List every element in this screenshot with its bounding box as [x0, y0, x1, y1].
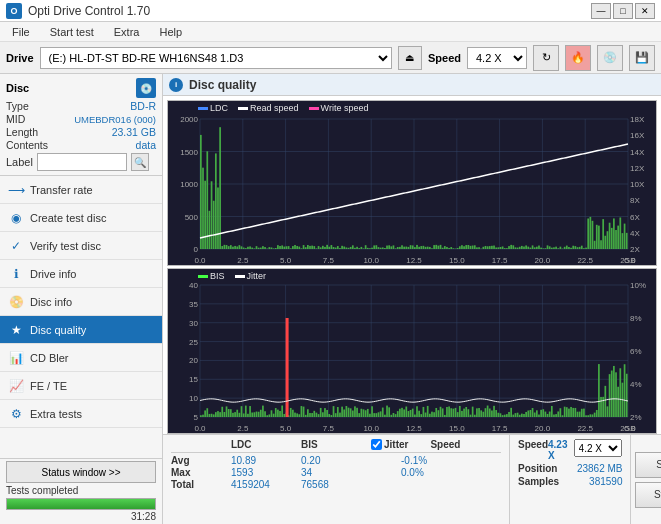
sidebar-item-verify-test-disc[interactable]: ✓ Verify test disc: [0, 232, 162, 260]
total-ldc: 4159204: [231, 479, 301, 490]
samples-row: Samples 381590: [518, 476, 622, 487]
disc-mid-label: MID: [6, 113, 25, 125]
titlebar-controls: — □ ✕: [591, 3, 655, 19]
sidebar-item-disc-info[interactable]: 📀 Disc info: [0, 288, 162, 316]
max-ldc: 1593: [231, 467, 301, 478]
disc-length-label: Length: [6, 126, 38, 138]
stats-header: LDC BIS Jitter Speed: [171, 439, 501, 453]
disc-mid-value: UMEBDR016 (000): [74, 114, 156, 125]
disc-button[interactable]: 💿: [597, 45, 623, 71]
disc-length-value: 23.31 GB: [112, 126, 156, 138]
sidebar-item-fe-te[interactable]: 📈 FE / TE: [0, 372, 162, 400]
write-speed-legend-item: Write speed: [309, 103, 369, 113]
sidebar-item-label: Transfer rate: [30, 184, 93, 196]
max-bis: 34: [301, 467, 371, 478]
status-time: 31:28: [6, 511, 156, 522]
disc-label-input[interactable]: [37, 153, 127, 171]
sidebar-item-label: Drive info: [30, 268, 76, 280]
stats-right: Speed 4.23 X 4.2 X Position 23862 MB Sam…: [509, 435, 630, 524]
titlebar-left: O Opti Drive Control 1.70: [6, 3, 150, 19]
drive-select[interactable]: (E:) HL-DT-ST BD-RE WH16NS48 1.D3: [40, 47, 392, 69]
disc-header: Disc 💿: [6, 78, 156, 98]
bis-legend-label: BIS: [210, 271, 225, 281]
disc-mid-row: MID UMEBDR016 (000): [6, 113, 156, 125]
maximize-button[interactable]: □: [613, 3, 633, 19]
menu-start-test[interactable]: Start test: [42, 24, 102, 40]
bis-legend-item: BIS: [198, 271, 225, 281]
jitter-checkbox[interactable]: [371, 439, 382, 450]
stats-table: LDC BIS Jitter Speed Avg 10.89 0.20 -0.1…: [163, 435, 509, 524]
status-bar: Status window >> Tests completed 31:28: [0, 458, 162, 524]
main: Disc 💿 Type BD-R MID UMEBDR016 (000) Len…: [0, 74, 661, 524]
save-button[interactable]: 💾: [629, 45, 655, 71]
disc-quality-title: Disc quality: [189, 78, 256, 92]
sidebar-item-create-test-disc[interactable]: ◉ Create test disc: [0, 204, 162, 232]
avg-bis: 0.20: [301, 455, 371, 466]
menu-file[interactable]: File: [4, 24, 38, 40]
jitter-legend-item: Jitter: [235, 271, 267, 281]
sidebar-item-drive-info[interactable]: ℹ Drive info: [0, 260, 162, 288]
disc-type-row: Type BD-R: [6, 100, 156, 112]
menu-help[interactable]: Help: [151, 24, 190, 40]
read-speed-legend-dot: [238, 107, 248, 110]
eject-button[interactable]: ⏏: [398, 46, 422, 70]
jitter-checkbox-label: Jitter: [384, 439, 408, 450]
total-label: Total: [171, 479, 231, 490]
stats-avg-row: Avg 10.89 0.20 -0.1%: [171, 455, 501, 466]
disc-quality-header: i Disc quality: [163, 74, 661, 96]
sidebar-item-label: Disc info: [30, 296, 72, 308]
cd-bler-icon: 📊: [8, 350, 24, 366]
disc-contents-row: Contents data: [6, 139, 156, 151]
menubar: File Start test Extra Help: [0, 22, 661, 42]
speed-label: Speed: [428, 52, 461, 64]
bis-chart-legend: BIS Jitter: [198, 271, 266, 281]
speed-select-stats[interactable]: 4.2 X: [574, 439, 623, 457]
speed-refresh-button[interactable]: ↻: [533, 45, 559, 71]
disc-quality-icon: ★: [8, 322, 24, 338]
start-full-button[interactable]: Start full: [635, 452, 661, 478]
bis-chart: BIS Jitter: [167, 268, 657, 434]
sidebar-item-label: FE / TE: [30, 380, 67, 392]
disc-label-icon-button[interactable]: 🔍: [131, 153, 149, 171]
app-icon: O: [6, 3, 22, 19]
ldc-legend-item: LDC: [198, 103, 228, 113]
read-speed-legend-item: Read speed: [238, 103, 299, 113]
menu-extra[interactable]: Extra: [106, 24, 148, 40]
drive-info-icon: ℹ: [8, 266, 24, 282]
sidebar-item-label: Extra tests: [30, 408, 82, 420]
charts-container: LDC Read speed Write speed: [163, 96, 661, 434]
content-area: i Disc quality LDC Read speed: [163, 74, 661, 524]
write-speed-legend-dot: [309, 107, 319, 110]
sidebar-item-label: CD Bler: [30, 352, 69, 364]
status-text: Tests completed: [6, 485, 156, 496]
progress-bar: [6, 498, 156, 510]
title-text: Opti Drive Control 1.70: [28, 4, 150, 18]
sidebar-item-disc-quality[interactable]: ★ Disc quality: [0, 316, 162, 344]
bottom-stats: LDC BIS Jitter Speed Avg 10.89 0.20 -0.1…: [163, 434, 661, 524]
sidebar-item-cd-bler[interactable]: 📊 CD Bler: [0, 344, 162, 372]
status-window-button[interactable]: Status window >>: [6, 461, 156, 483]
disc-type-value: BD-R: [130, 100, 156, 112]
sidebar-item-label: Verify test disc: [30, 240, 101, 252]
bis-canvas: [168, 269, 656, 433]
start-part-button[interactable]: Start part: [635, 482, 661, 508]
sidebar-item-transfer-rate[interactable]: ⟶ Transfer rate: [0, 176, 162, 204]
create-test-disc-icon: ◉: [8, 210, 24, 226]
burn-button[interactable]: 🔥: [565, 45, 591, 71]
disc-length-row: Length 23.31 GB: [6, 126, 156, 138]
disc-label-row: Label 🔍: [6, 153, 156, 171]
drive-label: Drive: [6, 52, 34, 64]
extra-tests-icon: ⚙: [8, 406, 24, 422]
max-jitter: 0.0%: [401, 467, 501, 478]
disc-panel: Disc 💿 Type BD-R MID UMEBDR016 (000) Len…: [0, 74, 162, 176]
verify-test-disc-icon: ✓: [8, 238, 24, 254]
minimize-button[interactable]: —: [591, 3, 611, 19]
jitter-legend-dot: [235, 275, 245, 278]
close-button[interactable]: ✕: [635, 3, 655, 19]
disc-info-icon: 📀: [8, 294, 24, 310]
speed-select[interactable]: 4.2 X: [467, 47, 527, 69]
sidebar-item-extra-tests[interactable]: ⚙ Extra tests: [0, 400, 162, 428]
speed-label: Speed: [518, 439, 548, 461]
drivebar: Drive (E:) HL-DT-ST BD-RE WH16NS48 1.D3 …: [0, 42, 661, 74]
stats-col-ldc: LDC: [231, 439, 301, 450]
